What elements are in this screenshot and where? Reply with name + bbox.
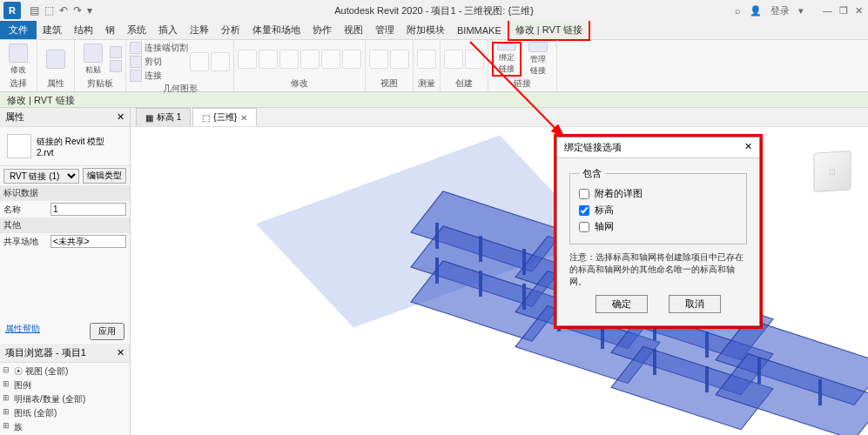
create-tool-2[interactable]: [465, 50, 484, 69]
viewport-tabs: ▦标高 1 ⬚{三维}✕: [131, 108, 868, 127]
manage-link-button[interactable]: 管理 链接: [523, 42, 553, 77]
include-legend: 包含: [579, 167, 605, 180]
geom-tool-2[interactable]: [211, 52, 230, 71]
apply-button[interactable]: 应用: [90, 323, 124, 340]
tab-bimmake[interactable]: BIMMAKE: [451, 23, 508, 38]
project-browser[interactable]: ☉ 视图 (全部) 图例 明细表/数量 (全部) 图纸 (全部) 族 组 🔗 R…: [0, 363, 130, 436]
geom-tool-1[interactable]: [190, 52, 209, 71]
dialog-title: 绑定链接选项: [564, 141, 622, 154]
tab-modify-rvt-link[interactable]: 修改 | RVT 链接: [508, 19, 591, 41]
tab-struct[interactable]: 结构: [68, 21, 99, 39]
mod-4[interactable]: [300, 50, 320, 69]
group-select: 选择: [3, 77, 33, 90]
shared-site-label: 共享场地: [3, 236, 47, 248]
user-icon[interactable]: 👤: [750, 5, 762, 17]
tree-views[interactable]: ☉ 视图 (全部): [2, 365, 128, 378]
menubar: 文件 建筑 结构 钢 系统 插入 注释 分析 体量和场地 协作 视图 管理 附加…: [0, 21, 868, 40]
cancel-button[interactable]: 取消: [669, 295, 721, 313]
maximize-icon[interactable]: ❐: [839, 5, 848, 17]
ok-button[interactable]: 确定: [595, 295, 648, 313]
tab-manage[interactable]: 管理: [369, 21, 400, 39]
tab-file[interactable]: 文件: [0, 21, 37, 39]
cut-button[interactable]: [110, 46, 122, 58]
properties-header: 属性✕: [0, 108, 130, 127]
copy-button[interactable]: [110, 60, 122, 72]
help-icon[interactable]: ▾: [798, 5, 804, 17]
left-panel: 属性✕ 链接的 Revit 模型 2.rvt RVT 链接 (1) 编辑类型 标…: [0, 108, 131, 435]
tab-collab[interactable]: 协作: [306, 21, 338, 39]
instance-selector[interactable]: RVT 链接 (1): [3, 169, 79, 184]
qat-save-icon[interactable]: ⬚: [44, 4, 54, 17]
group-link: 链接: [492, 77, 553, 90]
tab-view[interactable]: 视图: [338, 21, 369, 39]
cut-geom[interactable]: 剪切: [130, 56, 188, 68]
paste-button[interactable]: 粘贴: [78, 42, 108, 77]
login-link[interactable]: 登录: [770, 4, 790, 17]
group-props: 属性: [41, 77, 71, 90]
create-tool-1[interactable]: [444, 50, 463, 69]
view-tool-2[interactable]: [390, 50, 409, 69]
tab-analyze[interactable]: 分析: [215, 21, 246, 39]
vp-tab-level1[interactable]: ▦标高 1: [136, 108, 191, 126]
minimize-icon[interactable]: —: [823, 5, 832, 17]
tree-families[interactable]: 族: [2, 420, 128, 434]
chk-attached-detail[interactable]: 附着的详图: [579, 185, 737, 202]
app-logo: R: [3, 2, 21, 19]
modify-button[interactable]: 修改: [3, 42, 33, 77]
properties-help-link[interactable]: 属性帮助: [5, 323, 40, 340]
qat-undo-icon[interactable]: ↶: [59, 4, 68, 17]
tab-steel[interactable]: 钢: [99, 21, 121, 39]
join-geom[interactable]: 连接: [130, 70, 188, 82]
join-end-cut[interactable]: 连接端切割: [130, 42, 188, 54]
type-thumb-icon: [7, 134, 31, 158]
panel-close-icon[interactable]: ✕: [117, 111, 124, 123]
properties-button[interactable]: [41, 42, 71, 77]
tab-arch[interactable]: 建筑: [37, 21, 68, 39]
type-selector[interactable]: 链接的 Revit 模型 2.rvt: [3, 130, 126, 162]
name-field[interactable]: [50, 203, 126, 216]
tab-addins[interactable]: 附加模块: [400, 21, 451, 39]
chk-levels[interactable]: 标高: [579, 202, 737, 218]
group-clipboard: 剪贴板: [78, 77, 122, 90]
qat-more-icon[interactable]: ▾: [87, 4, 92, 17]
dialog-note: 注意：选择标高和轴网将创建除项目中已存在的标高和轴网外的其他命名唯一的标高和轴网…: [569, 251, 747, 288]
dialog-close-icon[interactable]: ✕: [744, 141, 752, 154]
tab-system[interactable]: 系统: [121, 21, 152, 39]
vp-tab-3d[interactable]: ⬚{三维}✕: [192, 108, 257, 126]
other-header: 其他: [3, 219, 47, 231]
tab-massing[interactable]: 体量和场地: [246, 21, 306, 39]
browser-close-icon[interactable]: ✕: [117, 347, 124, 358]
mod-3[interactable]: [279, 50, 299, 69]
titlebar: R ▤ ⬚ ↶ ↷ ▾ Autodesk Revit 2020 - 项目1 - …: [0, 0, 868, 21]
view-tool-1[interactable]: [369, 50, 388, 69]
tree-schedules[interactable]: 明细表/数量 (全部): [2, 392, 128, 406]
window-title: Autodesk Revit 2020 - 项目1 - 三维视图: {三维}: [334, 4, 534, 17]
viewcube[interactable]: ⬚: [813, 151, 851, 192]
tree-legends[interactable]: 图例: [2, 378, 128, 392]
bind-link-button[interactable]: 绑定 链接: [492, 42, 521, 77]
search-icon[interactable]: ⌕: [735, 5, 741, 16]
close-icon[interactable]: ✕: [855, 5, 863, 17]
tab-annotate[interactable]: 注释: [184, 21, 215, 39]
bind-link-dialog: 绑定链接选项 ✕ 包含 附着的详图 标高 轴网 注意：选择标高和轴网将创建除项目…: [556, 137, 760, 326]
ribbon: 修改 选择 属性 粘贴 剪贴板 连接端切割 剪切 连接 几何图形: [0, 40, 868, 92]
chk-grids[interactable]: 轴网: [579, 218, 737, 235]
tab-insert[interactable]: 插入: [152, 21, 184, 39]
name-label: 名称: [3, 204, 47, 216]
dialog-highlight: 绑定链接选项 ✕ 包含 附着的详图 标高 轴网 注意：选择标高和轴网将创建除项目…: [554, 134, 763, 329]
mod-6[interactable]: [342, 50, 361, 69]
tab-close-icon[interactable]: ✕: [240, 113, 247, 123]
mod-2[interactable]: [259, 50, 278, 69]
measure-tool[interactable]: [417, 50, 436, 69]
shared-site-field[interactable]: [50, 235, 126, 248]
mod-5[interactable]: [321, 50, 340, 69]
qat-open-icon[interactable]: ▤: [30, 4, 39, 17]
edit-type-button[interactable]: 编辑类型: [83, 168, 126, 184]
tree-sheets[interactable]: 图纸 (全部): [2, 406, 128, 420]
group-view: 视图: [369, 77, 409, 90]
quick-access-toolbar: ▤ ⬚ ↶ ↷ ▾: [30, 4, 92, 17]
group-geometry: 几何图形: [130, 82, 230, 95]
mod-1[interactable]: [238, 50, 257, 69]
qat-redo-icon[interactable]: ↷: [73, 4, 82, 17]
id-data-header: 标识数据: [3, 187, 47, 199]
